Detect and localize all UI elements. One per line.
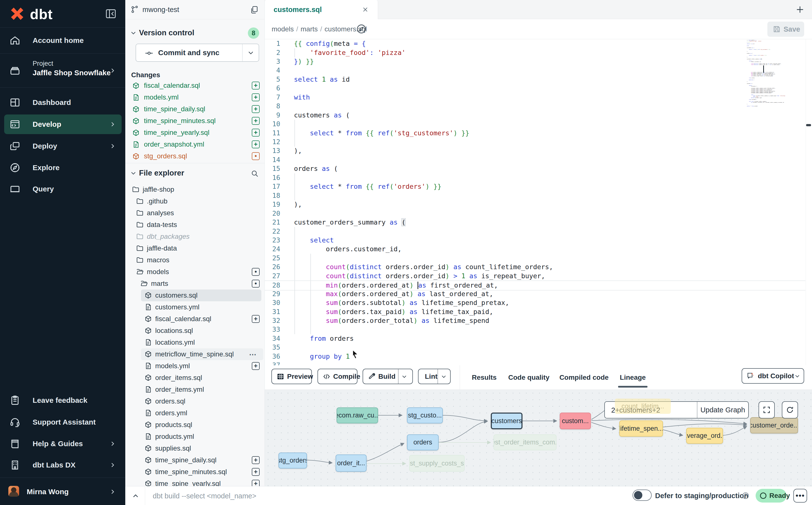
code-line-16[interactable]: 16 <box>265 173 805 182</box>
tree-item-time-spine-yearly-sql[interactable]: time_spine_yearly.sql+ <box>125 478 265 486</box>
tree-item-data-tests[interactable]: data-tests <box>125 219 265 231</box>
stage-file-button[interactable]: + <box>252 468 260 476</box>
code-line-30[interactable]: 30 sum(orders.subtotal) as lifetime_spen… <box>265 298 805 307</box>
tab-results[interactable]: Results <box>472 374 496 381</box>
code-line-14[interactable]: 14 <box>265 155 805 165</box>
stage-file-button[interactable]: + <box>252 117 260 125</box>
commit-and-sync-button[interactable]: Commit and sync <box>136 44 259 62</box>
sidebar-item-explore[interactable]: Explore <box>4 158 122 177</box>
sidebar-item-leave-feedback[interactable]: Leave feedback <box>4 390 122 410</box>
code-editor[interactable]: 1{{ config(meta = {2 'favorite_food': 'p… <box>265 39 812 365</box>
tree-item-locations-yml[interactable]: locations.yml <box>125 337 265 348</box>
code-line-37[interactable]: 37 <box>265 361 805 365</box>
sidebar-collapse-icon[interactable] <box>106 9 116 19</box>
lineage-node-order-it-[interactable]: order_it... <box>336 455 366 472</box>
close-icon[interactable] <box>362 6 369 13</box>
tab-lineage[interactable]: Lineage <box>620 374 646 381</box>
stage-file-button[interactable]: + <box>252 141 260 148</box>
stage-file-button[interactable]: + <box>252 456 260 464</box>
code-line-10[interactable]: 10 <box>265 120 805 129</box>
tree-item-order-items-sql[interactable]: order_items.sql <box>125 372 265 384</box>
sidebar-item-support-assistant[interactable]: Support Assistant <box>4 412 122 432</box>
version-control-header[interactable]: Version control 8 <box>125 24 265 42</box>
stage-file-button[interactable]: + <box>252 105 260 113</box>
sidebar-item-dashboard[interactable]: Dashboard <box>4 93 122 112</box>
tree-item-metricflow-time-spine-sql[interactable]: metricflow_time_spine.sql⋯ <box>125 348 265 360</box>
help-icon[interactable] <box>742 492 750 500</box>
code-line-13[interactable]: 13), <box>265 146 805 155</box>
code-line-3[interactable]: 3}) }} <box>265 57 805 66</box>
tree-item-supplies-sql[interactable]: supplies.sql <box>125 443 265 454</box>
code-line-27[interactable]: 27 count(distinct orders.order_id) > 1 a… <box>265 272 805 281</box>
breadcrumb-segment[interactable]: marts <box>301 25 318 33</box>
tree-item-models-yml[interactable]: models.yml+ <box>125 360 265 372</box>
tree-item-macros[interactable]: macros <box>125 254 265 266</box>
tree-item-orders-sql[interactable]: orders.sql <box>125 395 265 407</box>
sidebar-item-help-guides[interactable]: Help & Guides <box>4 434 122 454</box>
lineage-node-stg-orders[interactable]: stg_orders <box>279 453 307 469</box>
code-line-5[interactable]: 5select 1 as id <box>265 75 805 84</box>
code-line-36[interactable]: 36 group by 1 <box>265 352 805 361</box>
lint-button[interactable]: Lint <box>418 369 451 384</box>
stage-file-button[interactable]: + <box>252 81 260 90</box>
stage-file-button[interactable]: + <box>252 94 260 101</box>
lineage-canvas[interactable]: ecom.raw_cu...stg_custo...customerscusto… <box>265 390 812 486</box>
change-row[interactable]: time_spine_yearly.sql+ <box>125 127 265 139</box>
code-line-17[interactable]: 17 select * from {{ ref('orders') }} <box>265 182 805 191</box>
breadcrumb-segment[interactable]: models <box>272 25 294 33</box>
defer-toggle[interactable] <box>633 490 652 501</box>
tab-code-quality[interactable]: Code quality <box>508 374 549 381</box>
code-line-24[interactable]: 24 orders.customer_id, <box>265 245 805 254</box>
chevron-down-icon[interactable] <box>441 374 447 379</box>
status-badge[interactable]: Ready <box>756 489 787 503</box>
stage-file-button[interactable]: • <box>252 152 260 160</box>
tree-item-marts[interactable]: marts• <box>125 278 265 290</box>
refresh-button[interactable] <box>782 401 798 418</box>
fullscreen-button[interactable] <box>759 401 775 418</box>
stage-file-button[interactable]: + <box>252 362 260 370</box>
dbt-copilot-button[interactable]: dbt Copilot <box>742 368 804 384</box>
code-line-21[interactable]: 21customer_orders_summary as ( <box>265 218 805 227</box>
lineage-node-customers[interactable]: customers <box>491 412 522 429</box>
search-icon[interactable] <box>251 170 259 177</box>
code-line-12[interactable]: 12 <box>265 138 805 147</box>
lineage-node-customer-orde-[interactable]: customer_orde... <box>750 417 798 434</box>
code-line-1[interactable]: 1{{ config(meta = { <box>265 39 805 48</box>
code-line-22[interactable]: 22 <box>265 227 805 236</box>
build-button[interactable]: Build <box>363 369 413 384</box>
tree-item-analyses[interactable]: analyses <box>125 207 265 219</box>
tree-item-order-items-yml[interactable]: order_items.yml <box>125 384 265 395</box>
lineage-node-stg-custo-[interactable]: stg_custo... <box>407 407 443 424</box>
chevron-down-icon[interactable] <box>401 374 407 379</box>
compile-button[interactable]: Compile <box>318 369 357 384</box>
save-button[interactable]: Save <box>767 22 804 37</box>
file-lineage-icon[interactable] <box>356 23 367 34</box>
code-line-18[interactable]: 18 <box>265 191 805 200</box>
new-tab-button[interactable] <box>795 5 805 14</box>
code-line-31[interactable]: 31 sum(orders.tax_paid) as lifetime_tax_… <box>265 307 805 317</box>
breadcrumb[interactable]: models/marts/customers.sql <box>272 25 367 33</box>
change-row[interactable]: models.yml+ <box>125 92 265 103</box>
code-line-33[interactable]: 33 <box>265 325 805 334</box>
sidebar-item-develop[interactable]: Develop <box>4 115 122 134</box>
code-line-29[interactable]: 29 max(orders.ordered_at) as last_ordere… <box>265 290 805 299</box>
editor-minimap[interactable]: {{ config(meta = { 'favorite_food': 'piz… <box>747 40 805 126</box>
code-line-23[interactable]: 23 select <box>265 236 805 245</box>
preview-button[interactable]: Preview <box>272 369 312 384</box>
tree-item-locations-sql[interactable]: locations.sql <box>125 325 265 337</box>
sidebar-item-dbt-labs-dx[interactable]: dbt Labs DX <box>4 455 122 475</box>
tree-item-customers-yml[interactable]: customers.yml <box>125 301 265 313</box>
scrollbar-thumb[interactable] <box>806 124 811 126</box>
tab-customers-sql[interactable]: customers.sql <box>265 0 378 19</box>
lineage-node-lifetime-spen-[interactable]: lifetime_spen... <box>619 420 663 437</box>
chevron-down-icon[interactable] <box>248 49 254 56</box>
lineage-node-test-order-items-com-[interactable]: test_order_items_com... <box>494 435 556 450</box>
tree-item-dbt-packages[interactable]: dbt_packages <box>125 231 265 242</box>
tree-item-products-sql[interactable]: products.sql <box>125 419 265 431</box>
tree-item-models[interactable]: models• <box>125 266 265 278</box>
code-line-6[interactable]: 6 <box>265 84 805 93</box>
command-input[interactable] <box>152 486 570 505</box>
code-line-11[interactable]: 11 select * from {{ ref('stg_customers')… <box>265 129 805 138</box>
more-options-button[interactable]: ••• <box>793 489 807 503</box>
stage-file-button[interactable]: • <box>252 280 260 288</box>
